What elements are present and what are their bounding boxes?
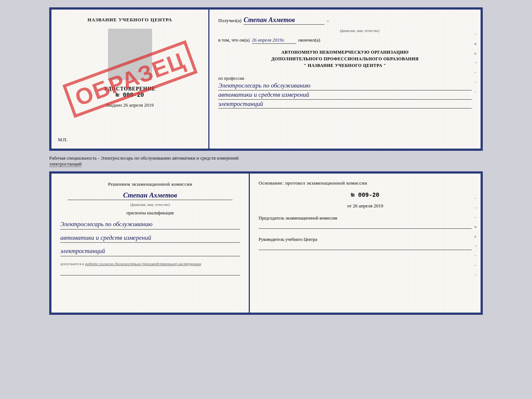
profession-line2: автоматики и средств измерений bbox=[218, 90, 472, 100]
poluchil-label: Получил(а) bbox=[218, 18, 241, 24]
kvalif-line1: Электрослесарь по обслуживанию bbox=[60, 220, 240, 229]
cert-bottom-left: Решением экзаменационной комиссии Степан… bbox=[51, 174, 250, 313]
rukovoditel-block: Руководитель учебного Центра bbox=[259, 236, 472, 250]
predsedatel-sign-line bbox=[259, 223, 472, 229]
vydano-date: 26 апреля 2019 bbox=[123, 102, 154, 108]
predsedatel-block: Председатель экзаменационной комиссии bbox=[259, 215, 472, 229]
protocol-number: № 009-20 bbox=[259, 192, 472, 199]
subtitle-text: Рабочая специальность - Электрослесарь п… bbox=[49, 155, 238, 161]
ot-label: от bbox=[347, 203, 352, 209]
ot-date-value: 26 апреля 2019 bbox=[353, 203, 383, 209]
udost-label: УДОСТОВЕРЕНИЕ bbox=[104, 86, 155, 92]
photo-placeholder bbox=[108, 29, 152, 80]
org-line1: АВТОНОМНУЮ НЕКОММЕРЧЕСКУЮ ОРГАНИЗАЦИЮ bbox=[218, 49, 472, 56]
dopuskaetsya-label: допускается к bbox=[60, 261, 84, 266]
document-wrapper: НАЗВАНИЕ УЧЕБНОГО ЦЕНТРА УДОСТОВЕРЕНИЕ №… bbox=[7, 7, 525, 315]
cert-top: НАЗВАНИЕ УЧЕБНОГО ЦЕНТРА УДОСТОВЕРЕНИЕ №… bbox=[49, 7, 483, 151]
poluchil-row: Получил(а) Степан Ахметов – bbox=[218, 16, 472, 25]
kvalif-line3: электростанций bbox=[60, 246, 240, 256]
vtom-label: в том, что он(а) bbox=[218, 37, 250, 43]
org-line3: " НАЗВАНИЕ УЧЕБНОГО ЦЕНТРА " bbox=[218, 62, 472, 69]
dopuskaetsya-block: допускается к работе согласно должностны… bbox=[60, 261, 240, 266]
profession-line1: Электрослесарь по обслуживанию bbox=[218, 81, 472, 90]
recipient-name-bottom: Степан Ахметов bbox=[68, 191, 233, 200]
rukovoditel-sign-line bbox=[259, 244, 472, 250]
cert-bottom-right: Основание: протокол экзаменационной коми… bbox=[250, 174, 481, 313]
profession-label: по профессии bbox=[218, 76, 244, 81]
vtom-row: в том, что он(а) 26 апреля 2019г. окончи… bbox=[218, 37, 472, 44]
side-marks-top: – и а ← – – – bbox=[474, 32, 478, 93]
udost-number: № 009-20 bbox=[116, 92, 144, 99]
rukovoditel-title: Руководитель учебного Центра bbox=[259, 236, 472, 243]
cert-date-top: 26 апреля 2019г. bbox=[252, 37, 296, 44]
ot-date: от 26 апреля 2019 bbox=[259, 203, 472, 209]
vydano-line: Выдано 26 апреля 2019 bbox=[106, 102, 154, 108]
vydano-label: Выдано bbox=[106, 102, 122, 108]
osnovanie-title: Основание: протокол экзаменационной коми… bbox=[259, 180, 472, 186]
org-block: АВТОНОМНУЮ НЕКОММЕРЧЕСКУЮ ОРГАНИЗАЦИЮ ДО… bbox=[218, 49, 472, 69]
subtitle-line: Рабочая специальность - Электрослесарь п… bbox=[49, 154, 483, 168]
org-line2: ДОПОЛНИТЕЛЬНОГО ПРОФЕССИОНАЛЬНОГО ОБРАЗО… bbox=[218, 56, 472, 62]
dopusk-sign-line bbox=[60, 270, 240, 275]
subtitle-text2: электростанций bbox=[49, 161, 82, 167]
okonchil-label: окончил(а) bbox=[298, 37, 320, 43]
side-marks-bottom: – – – и а ← – – – bbox=[474, 196, 478, 277]
mp-label: М.П. bbox=[58, 137, 67, 143]
cert-top-left: НАЗВАНИЕ УЧЕБНОГО ЦЕНТРА УДОСТОВЕРЕНИЕ №… bbox=[51, 10, 209, 149]
recipient-name-top: Степан Ахметов bbox=[244, 16, 324, 25]
fio-hint-top: (фамилия, имя, отчество) bbox=[248, 29, 472, 33]
profession-block: по профессии Электрослесарь по обслужива… bbox=[218, 75, 472, 108]
dopuskaetsya-value: работе согласно должностным (производств… bbox=[85, 261, 201, 266]
fio-hint-bottom: (фамилия, имя, отчество) bbox=[60, 203, 240, 207]
resheniem-text: Решением экзаменационной комиссии bbox=[60, 181, 240, 188]
kvalif-line2: автоматики и средств измерений bbox=[60, 233, 240, 243]
prisvoena-text: присвоена квалификация bbox=[60, 210, 240, 216]
predsedatel-title: Председатель экзаменационной комиссии bbox=[259, 215, 472, 221]
profession-line3: электростанций bbox=[218, 100, 472, 109]
cert-top-right: Получил(а) Степан Ахметов – (фамилия, им… bbox=[209, 10, 481, 149]
cert-top-title: НАЗВАНИЕ УЧЕБНОГО ЦЕНТРА bbox=[87, 17, 172, 23]
cert-bottom: Решением экзаменационной комиссии Степан… bbox=[49, 171, 483, 315]
